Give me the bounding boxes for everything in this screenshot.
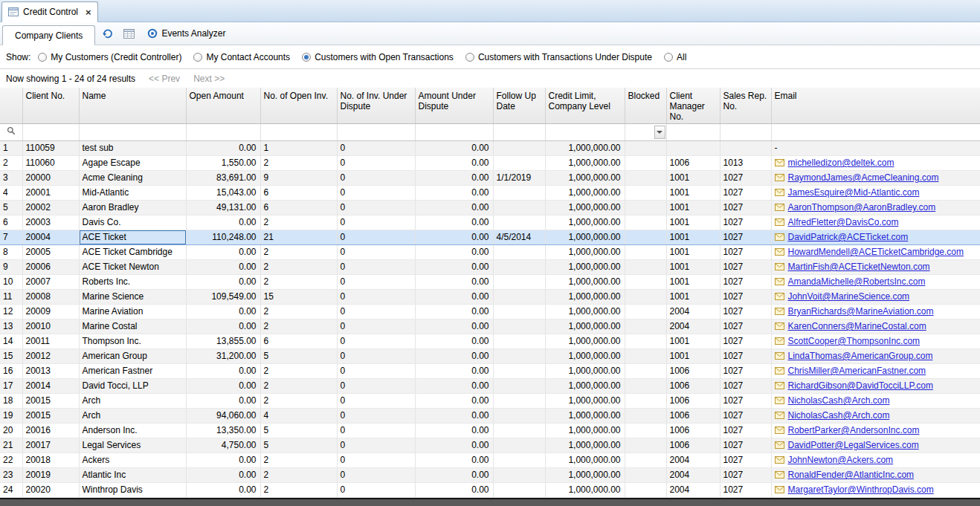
grid-view-button[interactable] xyxy=(120,25,137,42)
cell-credit-limit: 1,000,000.00 xyxy=(545,259,625,274)
refresh-button[interactable] xyxy=(100,25,116,42)
table-row[interactable]: 23 20019 Atlantic Inc 0.00 2 0 0.00 1,00… xyxy=(0,467,980,482)
email-link[interactable]: NicholasCash@Arch.com xyxy=(788,410,890,421)
table-row[interactable]: 9 20006 ACE Ticket Newton 0.00 2 0 0.00 … xyxy=(0,259,980,274)
cell-open-inv: 5 xyxy=(260,348,337,363)
email-link[interactable]: BryanRichards@MarineAviation.com xyxy=(788,306,934,317)
tab-company-clients[interactable]: Company Clients xyxy=(2,25,95,45)
table-row[interactable]: 22 20018 Ackers 0.00 2 0 0.00 1,000,000.… xyxy=(0,453,980,467)
table-row[interactable]: 13 20010 Marine Costal 0.00 2 0 0.00 1,0… xyxy=(0,319,980,334)
email-link[interactable]: ScottCooper@ThompsonInc.com xyxy=(788,336,921,346)
next-link[interactable]: Next >> xyxy=(193,74,225,84)
filter-inv-under-dispute[interactable] xyxy=(337,123,415,140)
email-link[interactable]: AmandaMichelle@RobertsInc.com xyxy=(788,276,926,287)
col-header-inv-under-dispute[interactable]: No. of Inv. Under Dispute xyxy=(337,88,415,123)
email-link[interactable]: JamesEsquire@Mid-Atlantic.com xyxy=(788,187,920,198)
filter-client-no[interactable] xyxy=(22,123,79,140)
radio-option-4[interactable]: All xyxy=(664,52,686,62)
table-row[interactable]: 5 20002 Aaron Bradley 49,131.00 6 0 0.00… xyxy=(0,200,980,215)
table-row[interactable]: 4 20001 Mid-Atlantic 15,043.00 6 0 0.00 … xyxy=(0,185,980,200)
email-link[interactable]: RaymondJames@AcmeCleaning.com xyxy=(788,172,939,183)
email-link[interactable]: - xyxy=(775,143,778,153)
email-link[interactable]: DavidPotter@LegalServices.com xyxy=(788,440,919,450)
table-row[interactable]: 12 20009 Marine Aviation 0.00 2 0 0.00 1… xyxy=(0,304,980,319)
tab-credit-control[interactable]: Credit Control × xyxy=(1,1,98,22)
col-header-email[interactable]: Email xyxy=(771,88,980,123)
col-header-amount-under-dispute[interactable]: Amount Under Dispute xyxy=(415,88,493,123)
filter-open-inv[interactable] xyxy=(260,123,337,140)
filter-name[interactable] xyxy=(79,123,186,140)
filter-amount-under-dispute[interactable] xyxy=(415,123,493,140)
table-row[interactable]: 10 20007 Roberts Inc. 0.00 2 0 0.00 1,00… xyxy=(0,274,980,289)
email-link[interactable]: DavidPatrick@ACETicket.com xyxy=(788,232,909,242)
col-header-open-amount[interactable]: Open Amount xyxy=(186,88,260,123)
envelope-icon xyxy=(775,233,784,241)
table-row[interactable]: 3 20000 Acme Cleaning 83,691.00 9 0 0.00… xyxy=(0,170,980,185)
blocked-dropdown-button[interactable] xyxy=(654,126,665,139)
email-link[interactable]: RonaldFender@AtlanticInc.com xyxy=(788,470,915,480)
table-row[interactable]: 6 20003 Davis Co. 0.00 2 0 0.00 1,000,00… xyxy=(0,215,980,230)
table-row[interactable]: 24 20020 Winthrop Davis 0.00 2 0 0.00 1,… xyxy=(0,482,980,497)
cell-sales-rep-no: 1027 xyxy=(720,185,771,200)
col-header-client-no[interactable]: Client No. xyxy=(22,88,79,123)
close-icon[interactable]: × xyxy=(86,7,91,17)
cell-name: ACE Ticket Newton xyxy=(79,259,186,274)
col-header-sales-rep-no[interactable]: Sales Rep. No. xyxy=(720,88,771,123)
events-analyzer-icon xyxy=(147,28,158,39)
table-row[interactable]: 15 20012 American Group 31,200.00 5 0 0.… xyxy=(0,348,980,363)
col-header-blocked[interactable]: Blocked xyxy=(625,88,666,123)
col-header-open-inv[interactable]: No. of Open Inv. xyxy=(260,88,337,123)
cell-email: RaymondJames@AcmeCleaning.com xyxy=(771,170,980,185)
col-header-credit-limit[interactable]: Credit Limit, Company Level xyxy=(545,88,625,123)
email-link[interactable]: AlfredFletter@DavisCo.com xyxy=(788,217,899,227)
email-link[interactable]: ChrisMiller@AmericanFastner.com xyxy=(788,366,926,376)
cell-amount-under-dispute: 0.00 xyxy=(415,319,493,334)
table-row[interactable]: 1 110059 test sub 0.00 1 0 0.00 1,000,00… xyxy=(0,140,980,155)
table-row[interactable]: 7 20004 ACE Ticket 110,248.00 21 0 0.00 … xyxy=(0,230,980,244)
table-row[interactable]: 11 20008 Marine Science 109,549.00 15 0 … xyxy=(0,289,980,304)
cell-inv-under-dispute: 0 xyxy=(337,170,415,185)
search-button[interactable] xyxy=(0,123,22,140)
table-row[interactable]: 21 20017 Legal Services 4,750.00 5 0 0.0… xyxy=(0,438,980,453)
prev-link[interactable]: << Prev xyxy=(149,74,180,84)
email-link[interactable]: AaronThompson@AaronBradley.com xyxy=(788,202,936,213)
radio-option-1[interactable]: My Contact Accounts xyxy=(193,52,290,62)
table-row[interactable]: 14 20011 Thompson Inc. 13,855.00 6 0 0.0… xyxy=(0,334,980,348)
table-row[interactable]: 8 20005 ACE Ticket Cambridge 0.00 2 0 0.… xyxy=(0,244,980,259)
email-link[interactable]: MargaretTaylor@WinthropDavis.com xyxy=(788,484,934,495)
radio-option-3[interactable]: Customers with Transactions Under Disput… xyxy=(465,52,652,62)
col-header-client-manager-no[interactable]: Client Manager No. xyxy=(666,88,720,123)
filter-blocked-dropdown[interactable] xyxy=(625,123,666,140)
table-row[interactable]: 20 20016 Anderson Inc. 13,350.00 5 0 0.0… xyxy=(0,423,980,438)
table-row[interactable]: 2 110060 Agape Escape 1,550.00 2 0 0.00 … xyxy=(0,155,980,170)
filter-follow-up-date[interactable] xyxy=(493,123,545,140)
table-row[interactable]: 18 20015 Arch 0.00 2 0 0.00 1,000,000.00… xyxy=(0,393,980,408)
filter-sales-rep-no[interactable] xyxy=(720,123,771,140)
cell-inv-under-dispute: 0 xyxy=(337,274,415,289)
filter-email[interactable] xyxy=(771,123,980,140)
email-link[interactable]: MartinFish@ACETicketNewton.com xyxy=(788,262,930,272)
email-link[interactable]: JohnVoit@MarineScience.com xyxy=(788,291,910,302)
email-link[interactable]: michelledizon@deltek.com xyxy=(788,158,894,168)
table-row[interactable]: 19 20015 Arch 94,060.00 4 0 0.00 1,000,0… xyxy=(0,408,980,423)
cell-sales-rep-no: 1027 xyxy=(720,482,771,497)
email-link[interactable]: NicholasCash@Arch.com xyxy=(788,395,890,406)
chevron-down-icon xyxy=(657,131,663,134)
email-link[interactable]: HowardMendell@ACETicketCambridge.com xyxy=(788,247,964,257)
filter-open-amount[interactable] xyxy=(186,123,260,140)
email-link[interactable]: RichardGibson@DavidTocciLLP.com xyxy=(788,380,933,391)
cell-sales-rep-no: 1027 xyxy=(720,170,771,185)
email-link[interactable]: LindaThomas@AmericanGroup.com xyxy=(788,351,933,361)
radio-option-2[interactable]: Customers with Open Transactions xyxy=(302,52,454,62)
email-link[interactable]: RobertParker@AndersonInc.com xyxy=(788,425,920,435)
table-row[interactable]: 16 20013 American Fastner 0.00 2 0 0.00 … xyxy=(0,363,980,378)
filter-client-manager-no[interactable] xyxy=(666,123,720,140)
col-header-follow-up-date[interactable]: Follow Up Date xyxy=(493,88,545,123)
radio-option-0[interactable]: My Customers (Credit Controller) xyxy=(38,52,181,62)
table-row[interactable]: 17 20014 David Tocci, LLP 0.00 2 0 0.00 … xyxy=(0,378,980,393)
events-analyzer-button[interactable]: Events Analyzer xyxy=(143,27,230,40)
col-header-name[interactable]: Name xyxy=(79,88,186,123)
email-link[interactable]: KarenConners@MarineCostal.com xyxy=(788,321,926,331)
filter-credit-limit[interactable] xyxy=(545,123,625,140)
email-link[interactable]: JohnNewton@Ackers.com xyxy=(788,455,894,465)
